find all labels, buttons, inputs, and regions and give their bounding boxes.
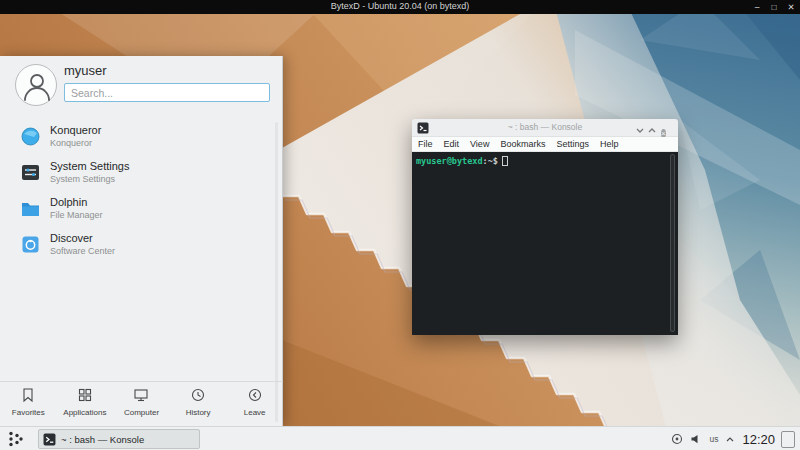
app-name: System Settings <box>50 160 129 172</box>
menu-edit[interactable]: Edit <box>444 139 460 149</box>
user-icon <box>16 65 58 107</box>
menu-bookmarks[interactable]: Bookmarks <box>500 139 545 149</box>
app-name: Discover <box>50 232 93 244</box>
maximize-icon[interactable]: □ <box>769 0 779 14</box>
app-description: File Manager <box>50 210 103 220</box>
discover-icon <box>20 234 41 255</box>
search-input[interactable] <box>64 83 270 102</box>
menu-settings[interactable]: Settings <box>556 139 589 149</box>
application-launcher-button[interactable] <box>0 427 34 450</box>
launcher-tab-bar: Favorites Applications Computer <box>0 381 283 426</box>
bookmark-icon <box>20 387 36 403</box>
app-name: Konqueror <box>50 124 101 136</box>
konsole-window: ~ : bash — Konsole × File Edit View Book… <box>412 119 678 335</box>
launcher-scrollbar[interactable] <box>275 122 278 422</box>
app-description: Software Center <box>50 246 115 256</box>
kde-launcher-icon <box>7 430 25 448</box>
network-icon[interactable] <box>671 433 683 445</box>
konsole-titlebar[interactable]: ~ : bash — Konsole × <box>412 119 678 137</box>
clock-icon <box>190 387 206 403</box>
app-grid-icon <box>77 387 93 403</box>
application-launcher-panel: myuser Konqueror Konqueror System Settin… <box>0 56 283 426</box>
monitor-icon <box>133 387 149 403</box>
tray-expand-icon[interactable] <box>725 435 735 443</box>
list-item-system-settings[interactable]: System Settings System Settings <box>0 156 283 192</box>
user-avatar[interactable] <box>15 64 57 106</box>
taskbar-panel: ~ : bash — Konsole us 12:20 <box>0 426 800 450</box>
close-icon[interactable]: × <box>661 122 673 134</box>
terminal-area[interactable]: myuser@bytexd:~$ <box>412 152 678 335</box>
leave-icon <box>247 387 263 403</box>
terminal-scrollbar[interactable] <box>670 154 675 332</box>
minimize-icon[interactable] <box>634 122 646 134</box>
vm-window-controls: – □ ✕ <box>752 0 796 14</box>
app-name: Dolphin <box>50 196 87 208</box>
vm-titlebar[interactable]: BytexD - Ubuntu 20.04 (on bytexd) – □ ✕ <box>0 0 800 14</box>
list-item-dolphin[interactable]: Dolphin File Manager <box>0 192 283 228</box>
favorites-list: Konqueror Konqueror System Settings Syst… <box>0 120 283 264</box>
konqueror-icon <box>20 126 41 147</box>
tab-history[interactable]: History <box>170 382 227 426</box>
tab-applications[interactable]: Applications <box>57 382 114 426</box>
tab-favorites[interactable]: Favorites <box>0 382 57 426</box>
show-desktop-button[interactable] <box>781 431 795 448</box>
close-icon[interactable]: ✕ <box>786 0 796 14</box>
minimize-icon[interactable]: – <box>752 0 762 14</box>
dolphin-folder-icon <box>20 198 41 219</box>
menu-view[interactable]: View <box>470 139 489 149</box>
digital-clock[interactable]: 12:20 <box>742 432 775 447</box>
konsole-icon <box>43 433 56 446</box>
taskbar-task-konsole[interactable]: ~ : bash — Konsole <box>38 429 200 449</box>
volume-icon[interactable] <box>690 433 702 445</box>
app-description: Konqueror <box>50 138 92 148</box>
task-label: ~ : bash — Konsole <box>61 434 144 445</box>
list-item-konqueror[interactable]: Konqueror Konqueror <box>0 120 283 156</box>
shell-prompt: myuser@bytexd:~$ <box>416 156 508 166</box>
system-settings-icon <box>20 162 41 183</box>
terminal-cursor <box>502 156 508 166</box>
maximize-icon[interactable] <box>646 122 658 134</box>
prompt-user-host: myuser@bytexd <box>416 156 483 166</box>
user-name: myuser <box>64 63 107 78</box>
prompt-suffix: :~$ <box>483 156 498 166</box>
vm-title: BytexD - Ubuntu 20.04 (on bytexd) <box>0 1 800 11</box>
menu-help[interactable]: Help <box>600 139 619 149</box>
app-description: System Settings <box>50 174 115 184</box>
konsole-menubar: File Edit View Bookmarks Settings Help <box>412 137 678 152</box>
tab-computer[interactable]: Computer <box>113 382 170 426</box>
list-item-discover[interactable]: Discover Software Center <box>0 228 283 264</box>
launcher-header: myuser <box>0 56 283 116</box>
menu-file[interactable]: File <box>418 139 433 149</box>
system-tray: us 12:20 <box>671 427 800 450</box>
tab-leave[interactable]: Leave <box>226 382 283 426</box>
keyboard-layout-indicator[interactable]: us <box>709 434 718 444</box>
